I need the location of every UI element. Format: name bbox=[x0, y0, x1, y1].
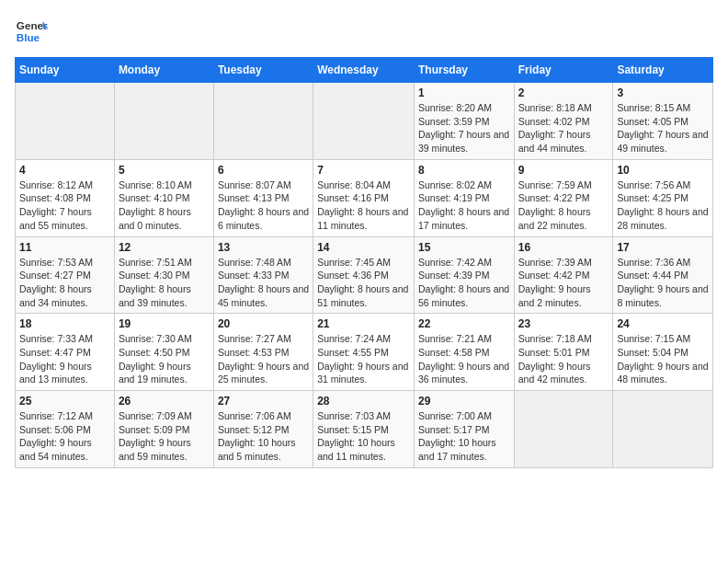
day-info: Sunrise: 7:18 AM Sunset: 5:01 PM Dayligh… bbox=[518, 332, 609, 386]
day-header-thursday: Thursday bbox=[414, 58, 514, 83]
day-number: 22 bbox=[418, 317, 510, 330]
calendar-cell bbox=[313, 83, 415, 160]
day-info: Sunrise: 7:21 AM Sunset: 4:58 PM Dayligh… bbox=[418, 332, 510, 386]
calendar-cell: 3Sunrise: 8:15 AM Sunset: 4:05 PM Daylig… bbox=[613, 83, 713, 160]
day-number: 3 bbox=[617, 86, 709, 99]
day-number: 10 bbox=[617, 164, 709, 177]
day-number: 27 bbox=[218, 395, 309, 408]
calendar-cell: 22Sunrise: 7:21 AM Sunset: 4:58 PM Dayli… bbox=[414, 314, 514, 391]
day-number: 7 bbox=[317, 164, 410, 177]
calendar-cell bbox=[613, 391, 713, 468]
day-number: 12 bbox=[119, 241, 210, 254]
calendar-cell: 5Sunrise: 8:10 AM Sunset: 4:10 PM Daylig… bbox=[114, 159, 213, 236]
day-header-friday: Friday bbox=[514, 58, 613, 83]
day-number: 17 bbox=[617, 241, 709, 254]
day-info: Sunrise: 7:15 AM Sunset: 5:04 PM Dayligh… bbox=[617, 332, 709, 386]
day-number: 4 bbox=[19, 164, 110, 177]
calendar-cell: 29Sunrise: 7:00 AM Sunset: 5:17 PM Dayli… bbox=[414, 391, 514, 468]
day-number: 8 bbox=[418, 164, 510, 177]
day-number: 16 bbox=[518, 241, 609, 254]
calendar-cell: 17Sunrise: 7:36 AM Sunset: 4:44 PM Dayli… bbox=[613, 236, 713, 314]
calendar-cell bbox=[213, 83, 313, 160]
day-info: Sunrise: 8:04 AM Sunset: 4:16 PM Dayligh… bbox=[317, 178, 410, 233]
day-info: Sunrise: 7:12 AM Sunset: 5:06 PM Dayligh… bbox=[19, 409, 110, 464]
day-info: Sunrise: 8:15 AM Sunset: 4:05 PM Dayligh… bbox=[617, 101, 709, 155]
calendar-cell: 10Sunrise: 7:56 AM Sunset: 4:25 PM Dayli… bbox=[613, 159, 713, 236]
day-number: 25 bbox=[19, 395, 110, 408]
svg-text:Blue: Blue bbox=[17, 31, 40, 43]
day-info: Sunrise: 7:09 AM Sunset: 5:09 PM Dayligh… bbox=[119, 409, 210, 464]
calendar-week-row: 18Sunrise: 7:33 AM Sunset: 4:47 PM Dayli… bbox=[16, 314, 713, 391]
day-info: Sunrise: 7:42 AM Sunset: 4:39 PM Dayligh… bbox=[418, 256, 510, 310]
calendar-week-row: 1Sunrise: 8:20 AM Sunset: 3:59 PM Daylig… bbox=[16, 83, 713, 160]
day-number: 14 bbox=[317, 241, 410, 254]
day-number: 6 bbox=[218, 164, 309, 177]
day-info: Sunrise: 7:06 AM Sunset: 5:12 PM Dayligh… bbox=[218, 409, 309, 464]
day-header-wednesday: Wednesday bbox=[313, 58, 415, 83]
calendar-cell: 15Sunrise: 7:42 AM Sunset: 4:39 PM Dayli… bbox=[414, 236, 514, 314]
calendar-week-row: 4Sunrise: 8:12 AM Sunset: 4:08 PM Daylig… bbox=[16, 159, 713, 236]
day-info: Sunrise: 7:51 AM Sunset: 4:30 PM Dayligh… bbox=[119, 256, 210, 310]
day-number: 21 bbox=[317, 317, 410, 330]
day-info: Sunrise: 7:48 AM Sunset: 4:33 PM Dayligh… bbox=[218, 256, 309, 310]
day-number: 23 bbox=[518, 317, 609, 330]
calendar-cell bbox=[16, 83, 115, 160]
calendar-week-row: 25Sunrise: 7:12 AM Sunset: 5:06 PM Dayli… bbox=[16, 391, 713, 468]
day-number: 24 bbox=[617, 317, 709, 330]
calendar-cell bbox=[114, 83, 213, 160]
day-info: Sunrise: 8:12 AM Sunset: 4:08 PM Dayligh… bbox=[19, 178, 110, 233]
calendar-cell: 21Sunrise: 7:24 AM Sunset: 4:55 PM Dayli… bbox=[313, 314, 415, 391]
header: General Blue bbox=[15, 15, 713, 48]
calendar-cell: 2Sunrise: 8:18 AM Sunset: 4:02 PM Daylig… bbox=[514, 83, 613, 160]
calendar-week-row: 11Sunrise: 7:53 AM Sunset: 4:27 PM Dayli… bbox=[16, 236, 713, 314]
day-number: 1 bbox=[418, 86, 510, 99]
calendar-cell: 1Sunrise: 8:20 AM Sunset: 3:59 PM Daylig… bbox=[414, 83, 514, 160]
day-info: Sunrise: 7:33 AM Sunset: 4:47 PM Dayligh… bbox=[19, 332, 110, 386]
day-info: Sunrise: 7:24 AM Sunset: 4:55 PM Dayligh… bbox=[317, 332, 410, 386]
day-number: 19 bbox=[119, 317, 210, 330]
day-number: 18 bbox=[19, 317, 110, 330]
day-info: Sunrise: 8:10 AM Sunset: 4:10 PM Dayligh… bbox=[119, 178, 210, 233]
day-number: 28 bbox=[317, 395, 410, 408]
day-info: Sunrise: 7:53 AM Sunset: 4:27 PM Dayligh… bbox=[19, 256, 110, 310]
day-info: Sunrise: 7:39 AM Sunset: 4:42 PM Dayligh… bbox=[518, 256, 609, 310]
day-number: 2 bbox=[518, 86, 609, 99]
day-info: Sunrise: 7:56 AM Sunset: 4:25 PM Dayligh… bbox=[617, 178, 709, 233]
calendar-cell: 13Sunrise: 7:48 AM Sunset: 4:33 PM Dayli… bbox=[213, 236, 313, 314]
day-number: 11 bbox=[19, 241, 110, 254]
calendar-table: SundayMondayTuesdayWednesdayThursdayFrid… bbox=[15, 57, 713, 468]
calendar-cell: 23Sunrise: 7:18 AM Sunset: 5:01 PM Dayli… bbox=[514, 314, 613, 391]
day-info: Sunrise: 7:00 AM Sunset: 5:17 PM Dayligh… bbox=[418, 409, 510, 464]
calendar-cell: 8Sunrise: 8:02 AM Sunset: 4:19 PM Daylig… bbox=[414, 159, 514, 236]
day-number: 5 bbox=[119, 164, 210, 177]
calendar-cell: 9Sunrise: 7:59 AM Sunset: 4:22 PM Daylig… bbox=[514, 159, 613, 236]
calendar-cell: 28Sunrise: 7:03 AM Sunset: 5:15 PM Dayli… bbox=[313, 391, 415, 468]
day-header-saturday: Saturday bbox=[613, 58, 713, 83]
day-number: 15 bbox=[418, 241, 510, 254]
day-info: Sunrise: 7:36 AM Sunset: 4:44 PM Dayligh… bbox=[617, 256, 709, 310]
day-number: 13 bbox=[218, 241, 309, 254]
calendar-cell: 16Sunrise: 7:39 AM Sunset: 4:42 PM Dayli… bbox=[514, 236, 613, 314]
day-info: Sunrise: 8:18 AM Sunset: 4:02 PM Dayligh… bbox=[518, 101, 609, 155]
day-info: Sunrise: 7:27 AM Sunset: 4:53 PM Dayligh… bbox=[218, 332, 309, 386]
day-number: 29 bbox=[418, 395, 510, 408]
calendar-cell: 19Sunrise: 7:30 AM Sunset: 4:50 PM Dayli… bbox=[114, 314, 213, 391]
day-info: Sunrise: 7:45 AM Sunset: 4:36 PM Dayligh… bbox=[317, 256, 410, 310]
calendar-cell bbox=[514, 391, 613, 468]
day-info: Sunrise: 8:07 AM Sunset: 4:13 PM Dayligh… bbox=[218, 178, 309, 233]
calendar-cell: 20Sunrise: 7:27 AM Sunset: 4:53 PM Dayli… bbox=[213, 314, 313, 391]
calendar-cell: 18Sunrise: 7:33 AM Sunset: 4:47 PM Dayli… bbox=[16, 314, 115, 391]
calendar-cell: 14Sunrise: 7:45 AM Sunset: 4:36 PM Dayli… bbox=[313, 236, 415, 314]
day-info: Sunrise: 7:59 AM Sunset: 4:22 PM Dayligh… bbox=[518, 178, 609, 233]
calendar-cell: 24Sunrise: 7:15 AM Sunset: 5:04 PM Dayli… bbox=[613, 314, 713, 391]
calendar-header-row: SundayMondayTuesdayWednesdayThursdayFrid… bbox=[16, 58, 713, 83]
calendar-cell: 11Sunrise: 7:53 AM Sunset: 4:27 PM Dayli… bbox=[16, 236, 115, 314]
calendar-cell: 12Sunrise: 7:51 AM Sunset: 4:30 PM Dayli… bbox=[114, 236, 213, 314]
day-header-sunday: Sunday bbox=[16, 58, 115, 83]
calendar-cell: 25Sunrise: 7:12 AM Sunset: 5:06 PM Dayli… bbox=[16, 391, 115, 468]
day-info: Sunrise: 7:03 AM Sunset: 5:15 PM Dayligh… bbox=[317, 409, 410, 464]
day-header-monday: Monday bbox=[114, 58, 213, 83]
day-number: 9 bbox=[518, 164, 609, 177]
calendar-cell: 27Sunrise: 7:06 AM Sunset: 5:12 PM Dayli… bbox=[213, 391, 313, 468]
day-info: Sunrise: 7:30 AM Sunset: 4:50 PM Dayligh… bbox=[119, 332, 210, 386]
